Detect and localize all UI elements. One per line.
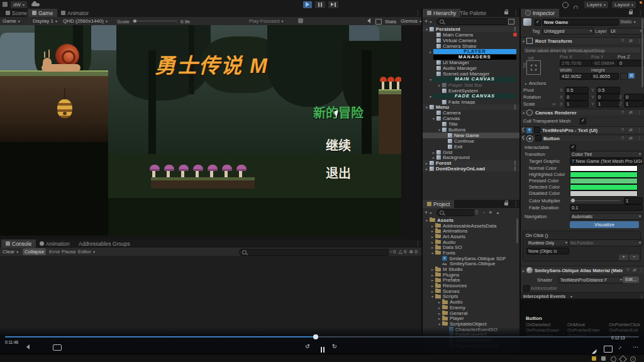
project-item[interactable]: ▸Audio: [423, 239, 517, 245]
project-item[interactable]: ▸Resources: [423, 283, 517, 288]
console-editor-dropdown[interactable]: Editor▾: [78, 249, 95, 255]
rotation-x-field[interactable]: 0: [565, 94, 589, 101]
project-item[interactable]: ▸M Studio: [423, 266, 517, 272]
shader-edit-button[interactable]: Edit...: [623, 277, 639, 283]
hierarchy-item-scene[interactable]: ▸DontDestroyOnLoad⋮: [423, 166, 519, 172]
card-icon[interactable]: [604, 346, 613, 353]
color-multiplier-slider[interactable]: [570, 200, 620, 201]
lock-icon[interactable]: [629, 11, 633, 14]
hierarchy-item-scene[interactable]: ▾Menu⋮: [423, 104, 519, 110]
lock-icon[interactable]: [504, 11, 508, 14]
search-by-type-icon[interactable]: ◫: [474, 210, 479, 215]
hierarchy-item[interactable]: Audio Manager: [423, 65, 519, 71]
rewind-10-icon[interactable]: ↺: [305, 343, 310, 349]
help-icon[interactable]: ?: [621, 126, 624, 134]
hierarchy-menu-icon[interactable]: ⋮: [513, 10, 518, 16]
status-cache-icon[interactable]: [601, 356, 606, 361]
intercepted-events-bar[interactable]: Intercepted Events▾ ⋮: [521, 292, 644, 299]
cull-transparent-mesh-checkbox[interactable]: [580, 118, 586, 124]
presets-icon[interactable]: ⇄: [629, 37, 633, 45]
hierarchy-item[interactable]: ▸Player Stat Bar: [423, 82, 519, 88]
pivot-y-field[interactable]: 0.5: [596, 87, 620, 94]
no-function-dropdown[interactable]: No Function▾: [569, 239, 643, 246]
hierarchy-item[interactable]: Fade Image: [423, 99, 519, 105]
step-button[interactable]: [328, 1, 339, 9]
console-error-pause-toggle[interactable]: Error Pause: [49, 249, 76, 255]
shader-dropdown[interactable]: TextMeshPro/Distance F▾: [558, 277, 624, 283]
hierarchy-item[interactable]: Exit: [423, 144, 519, 150]
visualize-button[interactable]: Visualize: [570, 221, 639, 228]
layer-dropdown[interactable]: UI▾: [609, 28, 644, 35]
pressed-color-swatch[interactable]: [570, 178, 638, 184]
status-activity-icon[interactable]: [611, 356, 616, 362]
play-focused-dropdown[interactable]: Play Focused▾: [249, 18, 283, 24]
color-multiplier-field[interactable]: 1: [624, 197, 643, 204]
hierarchy-item-scene[interactable]: ▸Forest⋮: [423, 160, 519, 166]
component-menu-icon[interactable]: ⋮: [637, 109, 641, 116]
hierarchy-item-scene[interactable]: ▾Persistent⋮: [423, 26, 519, 32]
presets-icon[interactable]: ⇄: [633, 266, 636, 274]
tab-tile-palette[interactable]: Tile Palette: [455, 9, 491, 17]
project-item[interactable]: ▸General: [423, 310, 517, 316]
scale-slider[interactable]: [132, 21, 177, 21]
tmp-text-header[interactable]: ▸TTextMeshPro - Text (UI): [521, 126, 644, 134]
search-by-type-icon[interactable]: [508, 19, 514, 25]
navigation-dropdown[interactable]: Automatic▾: [570, 213, 643, 220]
project-item[interactable]: ▸Plugins: [423, 272, 517, 278]
pivot-x-field[interactable]: 0.5: [565, 87, 589, 94]
help-icon[interactable]: ?: [621, 134, 624, 142]
status-package-icon[interactable]: [592, 356, 596, 361]
tag-dropdown[interactable]: Untagged▾: [542, 28, 594, 35]
tab-animation[interactable]: Animation: [35, 239, 74, 248]
project-search-input[interactable]: [436, 209, 475, 216]
console-search-input[interactable]: [239, 249, 390, 256]
rotation-y-field[interactable]: 0: [596, 94, 620, 101]
hierarchy-item[interactable]: Camera Shake: [423, 43, 519, 49]
layout-dropdown[interactable]: Layout▾: [611, 1, 636, 9]
project-item[interactable]: ▸Enemy: [423, 305, 517, 310]
presets-icon[interactable]: ⇄: [629, 109, 633, 116]
panel-menu-icon[interactable]: ⋮: [415, 10, 420, 16]
project-item[interactable]: ▸Data SO: [423, 244, 517, 250]
hierarchy-item[interactable]: Main Camera: [423, 32, 519, 38]
subtitle-icon[interactable]: [53, 344, 62, 351]
inspector-menu-icon[interactable]: ⋮: [638, 10, 643, 16]
project-create-button[interactable]: +▾: [425, 209, 431, 216]
hierarchy-item[interactable]: Title: [423, 121, 519, 127]
project-item[interactable]: ▾ScriptableObject: [423, 321, 517, 327]
hierarchy-item[interactable]: ▾Canvas: [423, 116, 519, 121]
project-item[interactable]: ▾Fonts: [423, 250, 517, 256]
static-dropdown[interactable]: Static▾: [620, 19, 636, 25]
project-item[interactable]: FSmileySans-Oblique SDF: [423, 256, 517, 261]
color-multiplier-knob[interactable]: [571, 199, 575, 202]
highlighted-color-swatch[interactable]: [570, 172, 638, 178]
presets-icon[interactable]: ⇄: [629, 134, 633, 142]
scale-z-field[interactable]: 1: [624, 101, 644, 107]
project-item[interactable]: ▾Assets: [423, 217, 517, 223]
game-scene[interactable]: 勇士传说 M 新的冒险 继续 退出: [0, 25, 401, 236]
hierarchy-item[interactable]: Virtual Camera: [423, 38, 519, 43]
anchors-foldout[interactable]: ▸Anchors: [523, 80, 547, 86]
tmp-enabled-checkbox[interactable]: [534, 127, 540, 133]
fade-duration-field[interactable]: 0.1: [570, 204, 643, 211]
tab-project[interactable]: Project: [423, 200, 454, 208]
hierarchy-item[interactable]: UI Manager: [423, 60, 519, 65]
disabled-color-swatch[interactable]: [570, 190, 638, 197]
favorites-icon[interactable]: ★: [489, 210, 492, 215]
component-menu-icon[interactable]: ⋮: [639, 266, 643, 274]
capture-icon[interactable]: [298, 18, 303, 23]
tab-addressables-groups[interactable]: Addressables Groups: [74, 239, 135, 248]
hierarchy-item[interactable]: Camera: [423, 110, 519, 116]
resolution-dropdown[interactable]: QHD (2560x1440)▾: [63, 18, 108, 24]
pause-button[interactable]: [314, 1, 326, 9]
presets-icon[interactable]: ⇄: [629, 126, 633, 134]
hierarchy-item[interactable]: SceneLoad Manager: [423, 71, 519, 77]
more-options-icon[interactable]: ⋯: [633, 344, 638, 350]
help-icon[interactable]: ?: [621, 37, 624, 45]
transition-dropdown[interactable]: Color Tint▾: [570, 151, 643, 158]
preview-menu-icon[interactable]: ⋮: [639, 293, 644, 299]
layers-dropdown[interactable]: Layers▾: [584, 1, 609, 9]
normal-color-swatch[interactable]: [570, 165, 638, 172]
pos-z-field[interactable]: 0: [618, 60, 644, 67]
project-item[interactable]: ▸Audio: [423, 299, 517, 305]
